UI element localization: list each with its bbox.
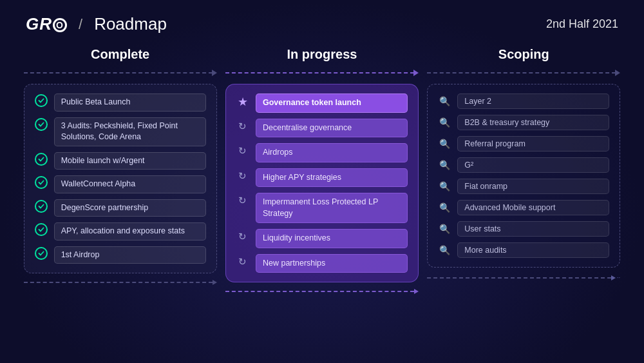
list-item: 3 Audits: Peckshield, Fixed Point Soluti… [35, 117, 206, 146]
list-item: DegenScore partnership [35, 199, 206, 217]
check-icon [35, 223, 48, 236]
scoping-item-label: Referral program [457, 136, 609, 152]
inprogress-item-label: Impermanent Loss Protected LP Strategy [256, 193, 408, 223]
scoping-title: Scoping [498, 47, 549, 62]
list-item: ↻ New partnerships [236, 254, 408, 273]
header-left: GRO / Roadmap [26, 14, 167, 34]
complete-item-label: 3 Audits: Peckshield, Fixed Point Soluti… [54, 117, 206, 146]
complete-title: Complete [91, 47, 149, 62]
complete-item-label: APY, allocation and exposure stats [54, 222, 206, 240]
search-icon: 🔍 [438, 160, 451, 170]
inprogress-title: In progress [287, 47, 357, 62]
inprogress-item-label: Decentralise governance [256, 119, 408, 138]
refresh-icon: ↻ [236, 145, 249, 157]
inprogress-bottom-arrow [225, 289, 419, 294]
refresh-icon: ↻ [236, 170, 249, 182]
list-item: Mobile launch w/Argent [35, 152, 206, 170]
complete-arrow [24, 70, 217, 76]
inprogress-item-label: Airdrops [256, 143, 408, 162]
search-icon: 🔍 [438, 245, 451, 255]
check-icon [35, 153, 48, 166]
list-item: Public Beta Launch [35, 93, 206, 112]
refresh-icon: ↻ [236, 256, 249, 268]
list-item: ↻ Liquidity incentives [236, 229, 408, 248]
list-item: 🔍 G² [438, 157, 609, 173]
search-icon: 🔍 [438, 139, 451, 149]
list-item: WalletConnect Alpha [35, 175, 206, 193]
list-item: ↻ Airdrops [236, 143, 408, 162]
list-item: 🔍 B2B & treasury strategy [438, 115, 609, 130]
star-icon: ★ [236, 95, 249, 109]
list-item: 🔍 Referral program [438, 136, 609, 152]
check-icon [35, 247, 48, 260]
list-item: ★ Governance token launch [236, 93, 408, 113]
list-item: 🔍 Layer 2 [438, 93, 609, 109]
inprogress-card: ★ Governance token launch ↻ Decentralise… [225, 84, 419, 282]
scoping-item-label: User stats [457, 221, 609, 237]
scoping-item-label: Advanced Mobile support [457, 200, 609, 215]
scoping-item-label: B2B & treasury strategy [457, 115, 609, 130]
main-content: Complete Public Beta Launch 3 Audits: Pe… [0, 41, 644, 294]
complete-column: Complete Public Beta Launch 3 Audits: Pe… [24, 47, 217, 294]
complete-item-label: Public Beta Launch [54, 93, 206, 112]
scoping-arrow [427, 70, 620, 76]
scoping-item-label: Layer 2 [457, 93, 609, 109]
scoping-item-label: G² [457, 157, 609, 173]
list-item: ↻ Higher APY strategies [236, 168, 408, 188]
list-item: 🔍 Advanced Mobile support [438, 200, 609, 215]
complete-item-label: 1st Airdrop [54, 246, 206, 264]
list-item: 🔍 More audits [438, 242, 609, 258]
search-icon: 🔍 [438, 96, 451, 106]
scoping-bottom-arrow: ·· [427, 274, 620, 281]
list-item: ↻ Impermanent Loss Protected LP Strategy [236, 193, 408, 223]
inprogress-arrow [225, 70, 419, 76]
inprogress-item-label: Higher APY strategies [256, 168, 408, 188]
scoping-item-label: Fiat onramp [457, 179, 609, 194]
refresh-icon: ↻ [236, 231, 249, 242]
search-icon: 🔍 [438, 224, 451, 234]
page-title: Roadmap [94, 14, 167, 34]
check-icon [35, 200, 48, 213]
inprogress-item-label: Liquidity incentives [256, 229, 408, 248]
complete-item-label: Mobile launch w/Argent [54, 152, 206, 170]
complete-item-label: DegenScore partnership [54, 199, 206, 217]
search-icon: 🔍 [438, 117, 451, 128]
list-item: APY, allocation and exposure stats [35, 222, 206, 240]
inprogress-column: In progress ★ Governance token launch ↻ … [225, 47, 419, 294]
header-date: 2nd Half 2021 [546, 17, 618, 31]
header-separator: / [79, 16, 82, 33]
inprogress-item-label: Governance token launch [256, 93, 408, 113]
refresh-icon: ↻ [236, 121, 249, 132]
complete-bottom-arrow [24, 280, 217, 285]
refresh-icon: ↻ [236, 195, 249, 206]
check-icon [35, 94, 48, 107]
scoping-column: Scoping 🔍 Layer 2 🔍 B2B & treasury strat… [427, 47, 620, 294]
list-item: ↻ Decentralise governance [236, 119, 408, 138]
logo: GRO [26, 14, 67, 34]
header: GRO / Roadmap 2nd Half 2021 [0, 0, 644, 41]
complete-item-label: WalletConnect Alpha [54, 175, 206, 193]
list-item: 🔍 User stats [438, 221, 609, 237]
check-icon [35, 118, 48, 131]
inprogress-item-label: New partnerships [256, 254, 408, 273]
search-icon: 🔍 [438, 181, 451, 191]
list-item: 1st Airdrop [35, 246, 206, 264]
check-icon [35, 176, 48, 189]
scoping-card: 🔍 Layer 2 🔍 B2B & treasury strategy 🔍 Re… [427, 84, 620, 268]
scoping-item-label: More audits [457, 242, 609, 258]
complete-card: Public Beta Launch 3 Audits: Peckshield,… [24, 84, 217, 273]
list-item: 🔍 Fiat onramp [438, 179, 609, 194]
search-icon: 🔍 [438, 202, 451, 213]
